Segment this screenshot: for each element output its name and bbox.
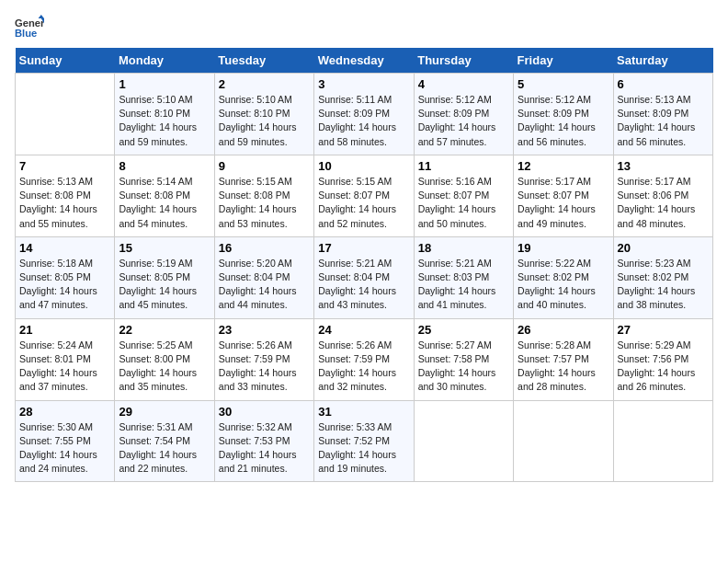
calendar-cell: 17Sunrise: 5:21 AM Sunset: 8:04 PM Dayli… (314, 236, 414, 318)
calendar-cell: 4Sunrise: 5:12 AM Sunset: 8:09 PM Daylig… (414, 74, 513, 155)
day-number: 2 (219, 77, 310, 91)
calendar-week-row: 14Sunrise: 5:18 AM Sunset: 8:05 PM Dayli… (16, 236, 713, 318)
day-number: 17 (318, 241, 409, 255)
calendar-cell (514, 400, 613, 482)
day-info: Sunrise: 5:19 AM Sunset: 8:05 PM Dayligh… (119, 257, 210, 313)
day-info: Sunrise: 5:15 AM Sunset: 8:08 PM Dayligh… (219, 175, 310, 231)
day-number: 22 (119, 323, 210, 337)
day-info: Sunrise: 5:11 AM Sunset: 8:09 PM Dayligh… (318, 93, 409, 149)
day-info: Sunrise: 5:24 AM Sunset: 8:01 PM Dayligh… (19, 339, 110, 395)
calendar-cell: 9Sunrise: 5:15 AM Sunset: 8:08 PM Daylig… (214, 155, 313, 236)
header-sunday: Sunday (16, 48, 115, 74)
day-number: 16 (219, 241, 310, 255)
day-number: 3 (318, 77, 409, 91)
day-info: Sunrise: 5:27 AM Sunset: 7:58 PM Dayligh… (418, 339, 509, 395)
calendar-cell (414, 400, 513, 482)
calendar-cell: 11Sunrise: 5:16 AM Sunset: 8:07 PM Dayli… (414, 155, 513, 236)
day-info: Sunrise: 5:21 AM Sunset: 8:03 PM Dayligh… (418, 257, 509, 313)
calendar-cell: 29Sunrise: 5:31 AM Sunset: 7:54 PM Dayli… (115, 400, 214, 482)
header-saturday: Saturday (613, 48, 712, 74)
calendar-cell: 13Sunrise: 5:17 AM Sunset: 8:06 PM Dayli… (613, 155, 712, 236)
day-number: 10 (318, 159, 409, 173)
day-number: 15 (119, 241, 210, 255)
day-info: Sunrise: 5:21 AM Sunset: 8:04 PM Dayligh… (318, 257, 409, 313)
header-monday: Monday (115, 48, 214, 74)
header-thursday: Thursday (414, 48, 513, 74)
day-number: 6 (618, 77, 709, 91)
calendar-cell: 2Sunrise: 5:10 AM Sunset: 8:10 PM Daylig… (214, 74, 313, 155)
day-number: 1 (119, 77, 210, 91)
logo: General Blue (15, 15, 44, 40)
day-number: 31 (318, 405, 409, 419)
calendar-cell: 1Sunrise: 5:10 AM Sunset: 8:10 PM Daylig… (115, 74, 214, 155)
svg-text:General: General (15, 17, 44, 29)
calendar-cell: 22Sunrise: 5:25 AM Sunset: 8:00 PM Dayli… (115, 318, 214, 400)
calendar-cell (16, 74, 115, 155)
day-number: 18 (418, 241, 509, 255)
logo-icon: General Blue (15, 15, 44, 40)
day-number: 29 (119, 405, 210, 419)
calendar-cell: 20Sunrise: 5:23 AM Sunset: 8:02 PM Dayli… (613, 236, 712, 318)
day-number: 19 (518, 241, 609, 255)
page-header: General Blue (15, 15, 713, 40)
calendar-cell: 28Sunrise: 5:30 AM Sunset: 7:55 PM Dayli… (16, 400, 115, 482)
day-number: 27 (618, 323, 709, 337)
day-number: 7 (19, 159, 110, 173)
calendar-cell: 5Sunrise: 5:12 AM Sunset: 8:09 PM Daylig… (514, 74, 613, 155)
svg-text:Blue: Blue (15, 28, 37, 39)
day-info: Sunrise: 5:20 AM Sunset: 8:04 PM Dayligh… (219, 257, 310, 313)
day-number: 23 (219, 323, 310, 337)
calendar-cell: 21Sunrise: 5:24 AM Sunset: 8:01 PM Dayli… (16, 318, 115, 400)
day-info: Sunrise: 5:31 AM Sunset: 7:54 PM Dayligh… (119, 420, 210, 477)
day-number: 21 (19, 323, 110, 337)
header-friday: Friday (514, 48, 613, 74)
day-info: Sunrise: 5:32 AM Sunset: 7:53 PM Dayligh… (219, 420, 310, 477)
calendar-cell: 19Sunrise: 5:22 AM Sunset: 8:02 PM Dayli… (514, 236, 613, 318)
day-number: 11 (418, 159, 509, 173)
calendar-cell: 23Sunrise: 5:26 AM Sunset: 7:59 PM Dayli… (214, 318, 313, 400)
calendar-cell: 24Sunrise: 5:26 AM Sunset: 7:59 PM Dayli… (314, 318, 414, 400)
calendar-cell: 12Sunrise: 5:17 AM Sunset: 8:07 PM Dayli… (514, 155, 613, 236)
day-info: Sunrise: 5:15 AM Sunset: 8:07 PM Dayligh… (318, 175, 409, 231)
day-number: 28 (19, 405, 110, 419)
day-number: 9 (219, 159, 310, 173)
day-number: 8 (119, 159, 210, 173)
day-info: Sunrise: 5:26 AM Sunset: 7:59 PM Dayligh… (219, 339, 310, 395)
day-info: Sunrise: 5:22 AM Sunset: 8:02 PM Dayligh… (518, 257, 609, 313)
day-number: 20 (618, 241, 709, 255)
calendar-table: SundayMondayTuesdayWednesdayThursdayFrid… (15, 48, 713, 482)
calendar-cell: 14Sunrise: 5:18 AM Sunset: 8:05 PM Dayli… (16, 236, 115, 318)
day-info: Sunrise: 5:25 AM Sunset: 8:00 PM Dayligh… (119, 339, 210, 395)
day-info: Sunrise: 5:23 AM Sunset: 8:02 PM Dayligh… (618, 257, 709, 313)
day-number: 30 (219, 405, 310, 419)
calendar-cell: 30Sunrise: 5:32 AM Sunset: 7:53 PM Dayli… (214, 400, 313, 482)
calendar-cell: 7Sunrise: 5:13 AM Sunset: 8:08 PM Daylig… (16, 155, 115, 236)
calendar-cell: 18Sunrise: 5:21 AM Sunset: 8:03 PM Dayli… (414, 236, 513, 318)
day-info: Sunrise: 5:13 AM Sunset: 8:09 PM Dayligh… (618, 93, 709, 149)
calendar-cell: 31Sunrise: 5:33 AM Sunset: 7:52 PM Dayli… (314, 400, 414, 482)
calendar-header-row: SundayMondayTuesdayWednesdayThursdayFrid… (16, 48, 713, 74)
day-info: Sunrise: 5:33 AM Sunset: 7:52 PM Dayligh… (318, 420, 409, 477)
calendar-cell: 25Sunrise: 5:27 AM Sunset: 7:58 PM Dayli… (414, 318, 513, 400)
calendar-cell: 27Sunrise: 5:29 AM Sunset: 7:56 PM Dayli… (613, 318, 712, 400)
day-info: Sunrise: 5:17 AM Sunset: 8:06 PM Dayligh… (618, 175, 709, 231)
day-info: Sunrise: 5:10 AM Sunset: 8:10 PM Dayligh… (119, 93, 210, 149)
day-info: Sunrise: 5:17 AM Sunset: 8:07 PM Dayligh… (518, 175, 609, 231)
day-info: Sunrise: 5:12 AM Sunset: 8:09 PM Dayligh… (418, 93, 509, 149)
day-info: Sunrise: 5:16 AM Sunset: 8:07 PM Dayligh… (418, 175, 509, 231)
day-number: 26 (518, 323, 609, 337)
calendar-cell: 8Sunrise: 5:14 AM Sunset: 8:08 PM Daylig… (115, 155, 214, 236)
calendar-cell: 10Sunrise: 5:15 AM Sunset: 8:07 PM Dayli… (314, 155, 414, 236)
calendar-cell: 15Sunrise: 5:19 AM Sunset: 8:05 PM Dayli… (115, 236, 214, 318)
day-info: Sunrise: 5:14 AM Sunset: 8:08 PM Dayligh… (119, 175, 210, 231)
calendar-week-row: 1Sunrise: 5:10 AM Sunset: 8:10 PM Daylig… (16, 74, 713, 155)
day-info: Sunrise: 5:10 AM Sunset: 8:10 PM Dayligh… (219, 93, 310, 149)
day-info: Sunrise: 5:18 AM Sunset: 8:05 PM Dayligh… (19, 257, 110, 313)
calendar-week-row: 7Sunrise: 5:13 AM Sunset: 8:08 PM Daylig… (16, 155, 713, 236)
day-number: 13 (618, 159, 709, 173)
calendar-cell: 3Sunrise: 5:11 AM Sunset: 8:09 PM Daylig… (314, 74, 414, 155)
calendar-cell: 6Sunrise: 5:13 AM Sunset: 8:09 PM Daylig… (613, 74, 712, 155)
header-wednesday: Wednesday (314, 48, 414, 74)
calendar-week-row: 21Sunrise: 5:24 AM Sunset: 8:01 PM Dayli… (16, 318, 713, 400)
calendar-cell: 16Sunrise: 5:20 AM Sunset: 8:04 PM Dayli… (214, 236, 313, 318)
